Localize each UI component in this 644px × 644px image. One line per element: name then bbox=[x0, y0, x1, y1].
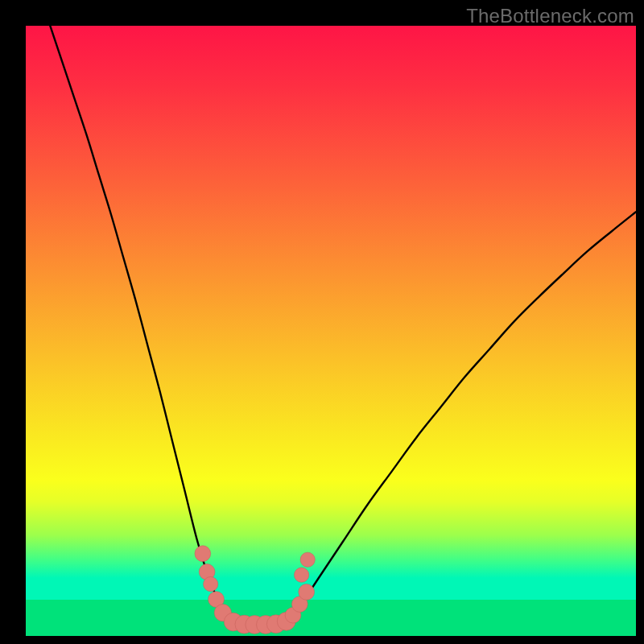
plot-area bbox=[26, 26, 636, 636]
svg-rect-0 bbox=[26, 26, 636, 636]
background-gradient bbox=[26, 26, 636, 636]
chart-frame: TheBottleneck.com bbox=[0, 0, 644, 644]
watermark-text: TheBottleneck.com bbox=[466, 5, 634, 27]
